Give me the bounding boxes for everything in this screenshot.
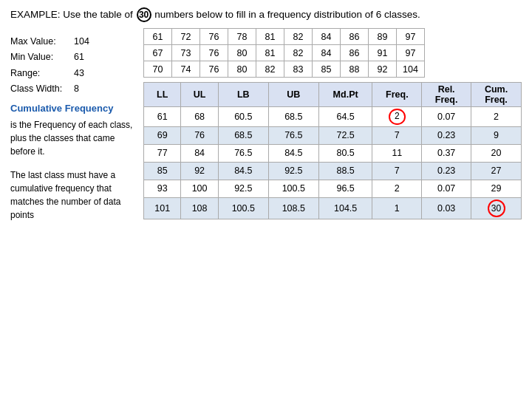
data-cell: 86 [341,29,369,45]
data-grid: 6172767881828486899767737680818284869197… [143,28,425,78]
freq-cell-ub: 92.5 [268,162,318,180]
freq-cell-freq: 11 [372,144,422,162]
freq-cell-ub: 100.5 [268,180,318,197]
freq-cell-cum: 20 [471,144,522,162]
min-label: Min Value: [10,50,69,65]
data-cell: 92 [369,61,397,78]
data-cell: 82 [256,61,284,78]
freq-cell-rel: 0.03 [422,197,471,219]
freq-cell-ul: 100 [181,180,218,197]
freq-table-row: 697668.576.572.570.239 [144,126,522,144]
data-cell: 83 [284,61,313,78]
data-cell: 85 [313,61,341,78]
freq-cell-cum: 9 [471,126,522,144]
range-value: 43 [74,66,96,81]
freq-cell-freq: 7 [372,162,422,180]
freq-cell-rel: 0.23 [422,162,471,180]
freq-cell-freq: 7 [372,126,422,144]
freq-cell-mdpt: 72.5 [318,126,372,144]
freq-cell-freq: 2 [372,180,422,197]
freq-cell-freq: 2 [372,107,422,127]
freq-cell-ub: 108.5 [268,197,318,219]
data-cell: 84 [313,45,341,61]
data-cell: 61 [144,29,172,45]
data-cell: 84 [313,29,341,45]
title-suffix: numbers below to fill in a frequency dis… [152,9,420,20]
freq-cell-ub: 84.5 [268,144,318,162]
max-value: 104 [74,34,96,50]
freq-table-header-cell: Cum.Freq. [471,83,522,107]
data-cell: 81 [256,29,284,45]
max-label: Max Value: [10,34,69,50]
width-value: 8 [74,81,96,97]
freq-cell-lb: 84.5 [218,162,268,180]
data-cell: 91 [369,45,397,61]
data-cell: 82 [284,29,313,45]
freq-cell-rel: 0.37 [422,144,471,162]
freq-cell-cum: 29 [471,180,522,197]
freq-cell-rel: 0.23 [422,126,471,144]
freq-table-header-cell: Freq. [372,83,422,107]
freq-cell-ul: 92 [181,162,218,180]
freq-cell-rel: 0.07 [422,180,471,197]
freq-cell-mdpt: 96.5 [318,180,372,197]
freq-cell-ul: 108 [181,197,218,219]
freq-cell-mdpt: 64.5 [318,107,372,127]
data-cell: 72 [172,29,200,45]
freq-table-row: 778476.584.580.5110.3720 [144,144,522,162]
freq-cell-mdpt: 104.5 [318,197,372,219]
data-cell: 76 [200,61,228,78]
range-label: Range: [10,66,69,81]
freq-cell-lb: 60.5 [218,107,268,127]
freq-cell-rel: 0.07 [422,107,471,127]
number-circled: 30 [137,7,151,22]
freq-cell-ll: 69 [144,126,181,144]
data-cell: 81 [256,45,284,61]
data-cell: 80 [228,45,256,61]
freq-cell-ll: 61 [144,107,181,127]
freq-table-header-cell: Md.Pt [318,83,372,107]
freq-cell-mdpt: 80.5 [318,144,372,162]
data-cell: 88 [341,61,369,78]
freq-cell-lb: 92.5 [218,180,268,197]
freq-cell-ll: 77 [144,144,181,162]
min-value: 61 [74,50,96,65]
stats-block: Max Value: 104 Min Value: 61 Range: 43 C… [10,34,136,97]
data-cell: 80 [228,61,256,78]
freq-cell-ul: 76 [181,126,218,144]
freq-cell-ul: 84 [181,144,218,162]
cumulative-desc: is the Frequency of each class, plus the… [10,118,136,158]
data-cell: 104 [397,61,425,78]
freq-table-row: 9310092.5100.596.520.0729 [144,180,522,197]
data-cell: 67 [144,45,172,61]
freq-cell-ub: 76.5 [268,126,318,144]
freq-cell-ll: 85 [144,162,181,180]
freq-table-row: 101108100.5108.5104.510.0330 [144,197,522,219]
data-cell: 89 [369,29,397,45]
freq-table-header-cell: LL [144,83,181,107]
data-cell: 97 [397,45,425,61]
freq-table-row: 859284.592.588.570.2327 [144,162,522,180]
freq-cell-freq: 1 [372,197,422,219]
right-panel: 6172767881828486899767737680818284869197… [143,28,522,222]
freq-cell-lb: 68.5 [218,126,268,144]
freq-table: LLULLBUBMd.PtFreq.Rel.Freq.Cum.Freq. 616… [143,82,522,219]
freq-cell-ll: 93 [144,180,181,197]
freq-table-header-cell: Rel.Freq. [422,83,471,107]
freq-cell-ul: 68 [181,107,218,127]
title: EXAMPLE: Use the table of 30 numbers bel… [10,7,522,22]
data-cell: 74 [172,61,200,78]
data-cell: 97 [397,29,425,45]
last-class-note: The last class must have a cumulative fr… [10,168,136,222]
freq-table-header-cell: LB [218,83,268,107]
cumulative-heading: Cumulative Frequency [10,103,136,114]
left-panel: Max Value: 104 Min Value: 61 Range: 43 C… [10,28,136,222]
freq-cell-cum: 27 [471,162,522,180]
freq-cell-cum: 2 [471,107,522,127]
data-cell: 76 [200,29,228,45]
freq-cell-lb: 76.5 [218,144,268,162]
title-prefix: EXAMPLE: Use the table of [10,9,136,20]
freq-table-header-cell: UL [181,83,218,107]
data-cell: 78 [228,29,256,45]
freq-table-header-cell: UB [268,83,318,107]
